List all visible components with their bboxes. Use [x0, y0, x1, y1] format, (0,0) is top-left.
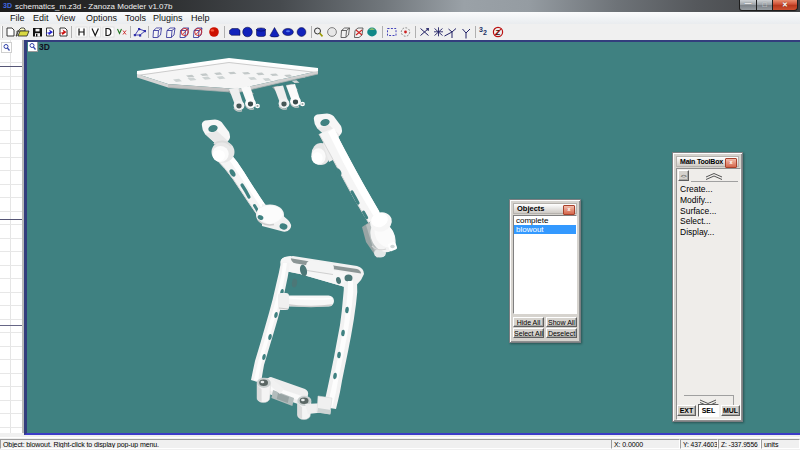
svg-text:32: 32 — [479, 26, 487, 36]
